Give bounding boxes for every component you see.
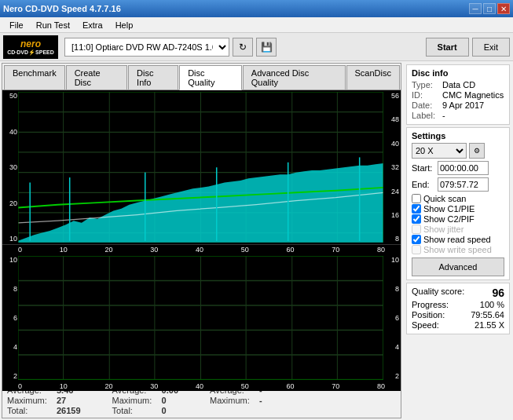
c1-total-label: Total: [7,406,50,415]
disc-id-value: CMC Magnetics [442,90,504,100]
x-bot-60: 60 [286,382,294,390]
chart-top-inner [18,92,383,243]
menu-help[interactable]: Help [109,19,140,31]
position-value: 79:55.64 [471,310,504,320]
y-bot-right-6: 6 [385,314,399,322]
chart-bottom-inner [18,256,383,380]
disc-id-row: ID: CMC Magnetics [412,90,504,100]
menu-run-test[interactable]: Run Test [30,19,76,31]
tab-scandisc[interactable]: ScanDisc [346,65,400,89]
maximize-button[interactable]: □ [483,3,496,14]
disc-type-value: Data CD [442,80,475,89]
disc-date-row: Date: 9 Apr 2017 [412,100,504,110]
x-bot-30: 30 [150,382,158,390]
close-button[interactable]: ✕ [497,3,510,14]
disc-id-label: ID: [412,90,439,100]
drive-dropdown[interactable]: [11:0] Optiarc DVD RW AD-7240S 1.04 [64,38,229,57]
start-button[interactable]: Start [426,38,469,57]
show-jitter-checkbox[interactable] [412,225,421,234]
show-c1pie-checkbox[interactable] [412,204,421,214]
tab-advanced-disc-quality[interactable]: Advanced Disc Quality [243,65,346,89]
settings-section: Settings 20 X Maximum 1 X 2 X 4 X 8 X 16… [406,127,510,280]
x-bot-80: 80 [377,382,385,390]
position-row: Position: 79:55.64 [412,310,504,320]
x-bot-0: 0 [18,382,22,390]
y-label-48: 48 [385,115,399,123]
jitter-max-value: - [259,396,262,405]
disc-date-label: Date: [412,100,439,110]
left-panel: Benchmark Create Disc Disc Info Disc Qua… [2,63,401,418]
progress-value: 100 % [480,300,504,309]
disc-info-section: Disc info Type: Data CD ID: CMC Magnetic… [406,64,510,125]
x-label-80: 80 [377,246,385,254]
y-bot-right-4: 4 [385,343,399,351]
titlebar-controls: ─ □ ✕ [469,3,510,14]
x-bot-10: 10 [60,382,68,390]
show-read-speed-checkbox[interactable] [412,235,421,244]
save-button[interactable]: 💾 [256,38,277,57]
x-label-70: 70 [332,246,339,254]
chart-bottom: 10 8 6 4 2 10 8 6 4 2 [2,254,401,382]
c2-total-label: Total: [112,406,156,415]
x-label-0: 0 [18,246,22,254]
cdspeed-brand-text: CD·DVD⚡SPEED [7,49,54,56]
menu-file[interactable]: File [3,19,30,31]
show-jitter-label: Show jitter [423,225,464,234]
start-time-label: Start: [412,163,435,173]
x-label-10: 10 [60,246,68,254]
quality-score-row: Quality score: 96 [412,287,504,299]
show-write-speed-label: Show write speed [423,245,492,254]
y-bot-right-2: 2 [385,372,399,380]
advanced-button[interactable]: Advanced [412,257,504,276]
tab-benchmark[interactable]: Benchmark [4,65,65,89]
tab-disc-quality[interactable]: Disc Quality [179,65,242,90]
show-jitter-row: Show jitter [412,225,504,234]
y-label-40: 40 [385,140,399,148]
refresh-button[interactable]: ↻ [233,38,253,57]
c2-total-value: 0 [162,406,167,415]
tab-create-disc[interactable]: Create Disc [66,65,127,89]
x-label-30: 30 [150,246,158,254]
right-panel: Disc info Type: Data CD ID: CMC Magnetic… [403,61,513,420]
x-bot-40: 40 [196,382,203,390]
start-time-row: Start: [412,161,504,175]
quick-scan-row: Quick scan [412,194,504,203]
minimize-button[interactable]: ─ [469,3,482,14]
x-bot-70: 70 [332,382,339,390]
menu-extra[interactable]: Extra [76,19,109,31]
y-bot-left-4: 4 [3,343,17,351]
speed-settings-button[interactable]: ⚙ [469,143,485,159]
y-left-30: 30 [3,163,17,171]
chart-bottom-svg [18,256,383,380]
quality-score-label: Quality score: [412,287,464,299]
disc-date-value: 9 Apr 2017 [442,100,484,110]
x-bot-20: 20 [104,382,112,390]
chart-top: 56 48 40 32 24 16 8 50 40 30 20 10 [2,90,401,245]
legend-jitter-max-row: Maximum: - [210,396,262,405]
show-c1pie-label: Show C1/PIE [423,204,475,214]
y-bot-left-8: 8 [3,285,17,293]
start-time-input[interactable] [438,161,489,175]
c1-max-label: Maximum: [7,396,50,405]
disc-info-title: Disc info [412,68,504,78]
speed-value-quality: 21.55 X [475,320,504,330]
show-c2pif-checkbox[interactable] [412,214,421,224]
tab-bar: Benchmark Create Disc Disc Info Disc Qua… [2,64,401,90]
show-write-speed-checkbox[interactable] [412,245,421,254]
speed-row: 20 X Maximum 1 X 2 X 4 X 8 X 16 X 40 X ⚙ [412,143,504,159]
quick-scan-checkbox[interactable] [412,194,421,203]
tab-disc-info[interactable]: Disc Info [128,65,178,89]
end-time-input[interactable] [438,177,489,192]
y-left-10: 10 [3,235,17,243]
disc-label-value: - [442,111,445,120]
speed-dropdown[interactable]: 20 X Maximum 1 X 2 X 4 X 8 X 16 X 40 X [412,143,467,159]
legend-c1-max-row: Maximum: 27 [7,396,81,405]
legend-c2-max-row: Maximum: 0 [112,396,178,405]
y-left-20: 20 [3,199,17,207]
end-time-label: End: [412,180,435,189]
y-label-32: 32 [385,163,399,171]
exit-button[interactable]: Exit [472,38,510,57]
y-labels-bottom-left: 10 8 6 4 2 [2,254,18,382]
x-labels-top: 0 10 20 30 40 50 60 70 80 [2,245,401,254]
x-label-40: 40 [196,246,203,254]
